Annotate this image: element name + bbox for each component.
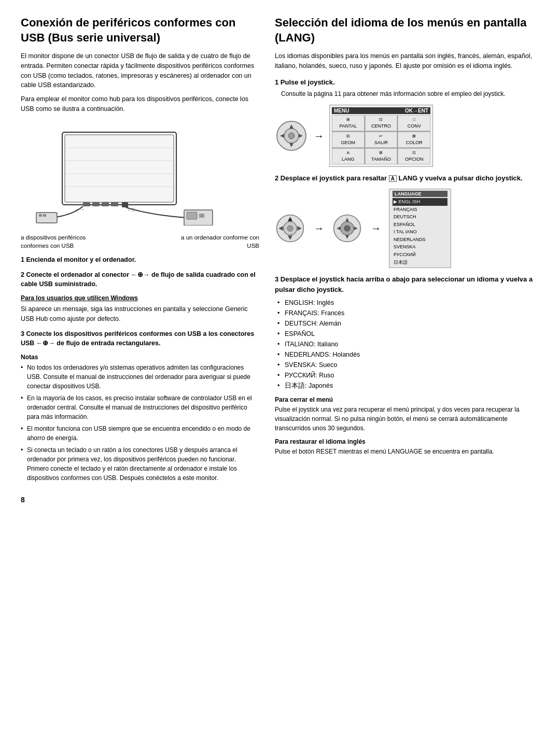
step3-text: 3 Conecte los dispositivos periféricos c… xyxy=(21,329,259,349)
left-intro1: El monitor dispone de un conector USB de… xyxy=(21,51,259,90)
lang-item-english: ENGL ISH xyxy=(393,198,447,206)
svg-rect-8 xyxy=(102,202,109,206)
lang-item-svenska: SVENSKA xyxy=(393,243,447,251)
restore-lang-text: Pulse el botón RESET mientras el menú LA… xyxy=(275,447,539,456)
language-list: ENGLISH: Inglés FRANÇAIS: Francés DEUTSC… xyxy=(275,298,539,391)
restore-lang-heading: Para restaurar el idioma inglés xyxy=(275,438,539,445)
svg-text:←□→: ←□→ xyxy=(127,207,139,213)
language-menu: LANGUAGE ENGL ISH FRANÇAIS DEUTSCH ESPAÑ… xyxy=(389,189,451,268)
arrow2-icon: → xyxy=(314,222,324,234)
page-number: 8 xyxy=(21,496,539,504)
step2-number: 2 Desplace el joystick para resaltar A L… xyxy=(275,173,539,184)
joystick-click-icon xyxy=(332,213,363,244)
lang-item-nederlands: NEDERLANDS xyxy=(393,236,447,244)
menu-cell-color: ⊠COLOR xyxy=(398,132,430,148)
caption-left: a dispositivos periféricos conformes con… xyxy=(21,233,104,250)
svg-rect-7 xyxy=(92,202,100,206)
lang-item-italiano: I TAL IANO xyxy=(393,228,447,236)
caption-right: a un ordenador conforme con USB xyxy=(176,233,259,250)
menu-grid-header: MENU OK→ENT xyxy=(332,107,430,114)
svg-rect-10 xyxy=(122,202,128,207)
lang-menu-header: LANGUAGE xyxy=(393,191,447,197)
lang-list-item: ENGLISH: Inglés xyxy=(277,298,539,308)
joystick-up-icon xyxy=(275,213,306,244)
lang-item-russian: РУССКИЙ xyxy=(393,251,447,259)
step1-text: 1 Encienda el monitor y el ordenador. xyxy=(21,255,259,265)
left-intro2: Para emplear el monitor como hub para lo… xyxy=(21,94,259,114)
svg-rect-15 xyxy=(187,212,197,219)
diagram-captions: a dispositivos periféricos conformes con… xyxy=(21,233,259,250)
menu-cell-salir: ↩SALIR xyxy=(365,132,398,148)
menu-cell-pantal: ⊞PANTAL xyxy=(332,115,365,131)
menu-cell-opcion: ⊡OPCION xyxy=(398,148,430,164)
svg-rect-9 xyxy=(111,202,118,206)
note-item: El monitor funciona con USB siempre que … xyxy=(21,424,259,443)
menu-cells: ⊞PANTAL ⊡CENTRO □CONV ⊟GEOM ↩SALIR xyxy=(332,115,430,164)
joystick-icon xyxy=(275,119,309,153)
notes-label: Notas xyxy=(21,354,259,361)
note-item: En la mayoría de los casos, es preciso i… xyxy=(21,393,259,421)
svg-point-39 xyxy=(344,225,350,231)
step1-number: 1 Pulse el joystick. xyxy=(275,77,539,88)
step3-number: 3 Desplace el joystick hacia arriba o ab… xyxy=(275,274,539,294)
lang-list-item: ESPAÑOL xyxy=(277,329,539,339)
right-title: Selección del idioma de los menús en pan… xyxy=(275,16,539,45)
notes-list: No todos los ordenadores y/o sistemas op… xyxy=(21,363,259,483)
windows-subheading: Para los usuarios que utilicen Windows xyxy=(21,293,259,303)
menu-cell-centro: ⊡CENTRO xyxy=(365,115,398,131)
menu-cell-geom: ⊟GEOM xyxy=(332,132,365,148)
menu-cell-tamano: ⊞TAMAÑO xyxy=(365,148,398,164)
svg-point-32 xyxy=(287,225,293,231)
lang-list-item: ITALIANO: Italiano xyxy=(277,339,539,349)
svg-rect-16 xyxy=(199,214,204,218)
lang-list-item: 日本語: Japonés xyxy=(277,380,539,391)
close-menu-heading: Para cerrar el menú xyxy=(275,396,539,403)
note-item: No todos los ordenadores y/o sistemas op… xyxy=(21,363,259,391)
left-title: Conexión de periféricos conformes con US… xyxy=(21,16,259,45)
menu-grid: MENU OK→ENT ⊞PANTAL ⊡CENTRO □CONV ⊟GEOM xyxy=(329,105,433,167)
right-intro: Los idiomas disponibles para los menús e… xyxy=(275,51,539,71)
lang-item-deutsch: DEUTSCH xyxy=(393,213,447,221)
arrow3-icon: → xyxy=(371,222,381,234)
menu-cell-conv: □CONV xyxy=(398,115,430,131)
lang-list-item: DEUTSCH: Alemán xyxy=(277,318,539,329)
step1-desc: Consulte la página 11 para obtener más i… xyxy=(275,89,539,98)
lang-list-item: NEDERLANDS: Holandés xyxy=(277,349,539,360)
arrow-icon: → xyxy=(314,130,324,142)
note-item: Si conecta un teclado o un ratón a los c… xyxy=(21,445,259,483)
lang-item-japanese: 日本語 xyxy=(393,259,447,266)
windows-note: Si aparece un mensaje, siga las instrucc… xyxy=(21,304,259,324)
step2-text: 2 Conecte el ordenador al conector ←⊕→ d… xyxy=(21,270,259,290)
lang-list-item: РУССКИЙ: Ruso xyxy=(277,370,539,380)
svg-text:←→: ←→ xyxy=(75,207,85,212)
menu-cell-lang: ALANG xyxy=(332,148,365,164)
lang-item-espanol: ESPAÑOL xyxy=(393,221,447,229)
svg-point-25 xyxy=(288,133,295,139)
left-column: Conexión de periféricos conformes con US… xyxy=(21,16,259,485)
step1-illustration: → MENU OK→ENT ⊞PANTAL ⊡CENTRO □CONV xyxy=(275,105,539,167)
svg-rect-13 xyxy=(43,214,46,217)
lang-list-item: SVENSKA: Sueco xyxy=(277,360,539,370)
usb-diagram: ←→ ←□→ xyxy=(21,122,259,225)
svg-rect-12 xyxy=(39,214,42,217)
svg-rect-1 xyxy=(65,135,174,202)
svg-rect-6 xyxy=(83,202,90,206)
right-column: Selección del idioma de los menús en pan… xyxy=(275,16,539,485)
step2-illustration: → → LANGUAGE ENGL ISH FRANÇAIS DEUTSCH E… xyxy=(275,189,539,268)
lang-list-item: FRANÇAIS: Francés xyxy=(277,308,539,318)
lang-item-francais: FRANÇAIS xyxy=(393,206,447,214)
close-menu-text: Pulse el joystick una vez para recuperar… xyxy=(275,405,539,433)
